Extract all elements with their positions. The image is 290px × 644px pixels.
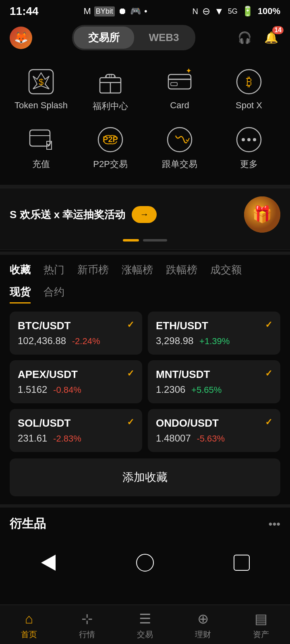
menu-item-recharge[interactable]: 充值 [6, 119, 76, 177]
pair-change-eth: +1.39% [199, 336, 230, 346]
svg-text:✦: ✦ [186, 68, 192, 75]
recents-button[interactable] [230, 551, 254, 575]
menu-item-copy-trade[interactable]: 跟单交易 [145, 119, 214, 177]
pair-card-mnt[interactable]: MNT/USDT ✓ 1.2306 +5.65% [148, 360, 280, 403]
token-splash-label: Token Splash [14, 100, 68, 111]
pair-name-sol: SOL/USDT ✓ [18, 417, 134, 429]
market-tab-new[interactable]: 新币榜 [77, 263, 109, 279]
pairs-grid: BTC/USDT ✓ 102,436.88 -2.24% ETH/USDT ✓ … [10, 312, 280, 458]
svg-text:₿: ₿ [246, 75, 252, 88]
market-tab-gainers[interactable]: 涨幅榜 [122, 263, 153, 279]
record-icon: ⏺ [118, 6, 127, 17]
pair-name-ondo: ONDO/USDT ✓ [156, 417, 272, 429]
menu-item-p2p[interactable]: P2P P2P交易 [76, 119, 145, 177]
nav-home-label: 首页 [21, 629, 37, 640]
banner-dots [10, 239, 280, 242]
svg-point-21 [253, 138, 256, 141]
nav-assets[interactable]: ▤ 资产 [241, 611, 281, 640]
menu-item-card[interactable]: ✦ Card [145, 61, 214, 119]
assets-nav-icon: ▤ [255, 611, 267, 627]
signal-icon: 5G [228, 7, 238, 16]
pair-change-sol: -2.83% [53, 433, 81, 444]
gmail-icon: M [84, 6, 91, 17]
svg-rect-8 [168, 74, 191, 89]
tab-exchange[interactable]: 交易所 [74, 27, 134, 49]
menu-item-more[interactable]: 更多 [214, 119, 284, 177]
pair-price-mnt: 1.2306 +5.65% [156, 384, 272, 395]
notification-badge: 14 [272, 26, 284, 34]
banner-arrow-button[interactable]: → [132, 206, 157, 223]
header: 🦊 交易所 WEB3 🎧 🔔 14 [0, 21, 290, 57]
p2p-label: P2P交易 [93, 158, 128, 170]
banner-content: S 欢乐送 x 幸运抽奖活动 → 🎁 [10, 196, 280, 233]
svg-point-20 [247, 138, 251, 141]
avatar[interactable]: 🦊 [10, 27, 32, 49]
pair-card-sol[interactable]: SOL/USDT ✓ 231.61 -2.83% [10, 409, 142, 452]
market-tabs-row: 收藏 热门 新币榜 涨幅榜 跌幅榜 成交额 [10, 263, 280, 279]
market-tab-hot[interactable]: 热门 [44, 263, 64, 279]
battery-icon: 🔋 [242, 6, 254, 17]
card-label: Card [170, 100, 189, 111]
market-tab-losers[interactable]: 跌幅榜 [166, 263, 197, 279]
market-tab-volume[interactable]: 成交额 [210, 263, 242, 279]
banner-text-area: S 欢乐送 x 幸运抽奖活动 → [10, 206, 157, 223]
pair-price-sol: 231.61 -2.83% [18, 433, 134, 444]
headset-icon: 🎧 [238, 31, 252, 44]
trade-nav-icon: ☰ [139, 611, 151, 627]
game-icon: 🎮 [130, 6, 141, 17]
nav-market[interactable]: ⊹ 行情 [67, 611, 107, 640]
nav-finance[interactable]: ⊕ 理财 [183, 611, 223, 640]
market-subtab-spot[interactable]: 现货 [10, 285, 31, 303]
bottom-nav: ⌂ 首页 ⊹ 行情 ☰ 交易 ⊕ 理财 ▤ 资产 [0, 605, 290, 644]
menu-item-spot-x[interactable]: ₿ Spot X [214, 61, 284, 119]
status-right: N ⊖ ▼ 5G 🔋 100% [192, 6, 280, 17]
market-tab-favorites[interactable]: 收藏 [10, 263, 31, 279]
market-subtab-futures[interactable]: 合约 [44, 285, 64, 303]
nav-home[interactable]: ⌂ 首页 [9, 611, 49, 640]
derivatives-section: 衍生品 ••• [0, 508, 290, 544]
recharge-icon [27, 125, 56, 154]
pair-card-btc[interactable]: BTC/USDT ✓ 102,436.88 -2.24% [10, 312, 142, 355]
bybit-icon: BYbit [94, 6, 115, 17]
spot-x-label: Spot X [236, 100, 262, 111]
pair-change-btc: -2.24% [72, 336, 100, 346]
pair-name-mnt: MNT/USDT ✓ [156, 368, 272, 381]
svg-point-19 [242, 138, 245, 141]
pair-card-eth[interactable]: ETH/USDT ✓ 3,298.98 +1.39% [148, 312, 280, 355]
add-favorites-button[interactable]: 添加收藏 [10, 458, 280, 496]
pair-card-ondo[interactable]: ONDO/USDT ✓ 1.48007 -5.63% [148, 409, 280, 452]
notification-button[interactable]: 🔔 14 [262, 29, 280, 47]
section-header: 衍生品 ••• [10, 516, 280, 532]
menu-item-token-splash[interactable]: $ Token Splash [6, 61, 76, 119]
divider-1 [0, 185, 290, 188]
headset-button[interactable]: 🎧 [235, 29, 254, 47]
dot-inactive [143, 239, 167, 242]
status-icons: M BYbit ⏺ 🎮 • [84, 6, 147, 17]
tab-web3[interactable]: WEB3 [134, 27, 193, 49]
more-options-button[interactable]: ••• [269, 518, 280, 530]
dot-icon: • [144, 6, 147, 17]
menu-item-welfare[interactable]: 福利中心 [76, 61, 145, 119]
minus-icon: ⊖ [202, 6, 210, 17]
market-nav-icon: ⊹ [81, 611, 93, 627]
banner-image: 🎁 [244, 196, 280, 233]
copy-trade-icon [165, 125, 194, 154]
welfare-icon [96, 67, 125, 96]
market-subtabs: 现货 合约 [10, 285, 280, 303]
nav-trade[interactable]: ☰ 交易 [125, 611, 165, 640]
status-time: 11:44 [10, 5, 39, 18]
pair-name-eth: ETH/USDT ✓ [156, 320, 272, 332]
pair-price-eth: 3,298.98 +1.39% [156, 335, 272, 347]
market-section: 收藏 热门 新币榜 涨幅榜 跌幅榜 成交额 现货 合约 BTC/USDT ✓ 1… [0, 255, 290, 504]
pair-name-btc: BTC/USDT ✓ [18, 320, 134, 332]
dot-active [123, 239, 139, 242]
home-button[interactable] [133, 551, 157, 575]
pair-price-ondo: 1.48007 -5.63% [156, 433, 272, 444]
back-button[interactable] [36, 551, 60, 575]
more-icon [234, 125, 263, 154]
more-label: 更多 [240, 158, 258, 170]
pair-card-apex[interactable]: APEX/USDT ✓ 1.5162 -0.84% [10, 360, 142, 403]
nav-assets-label: 资产 [253, 629, 269, 640]
pair-check-sol: ✓ [127, 417, 134, 427]
system-nav [0, 544, 290, 581]
